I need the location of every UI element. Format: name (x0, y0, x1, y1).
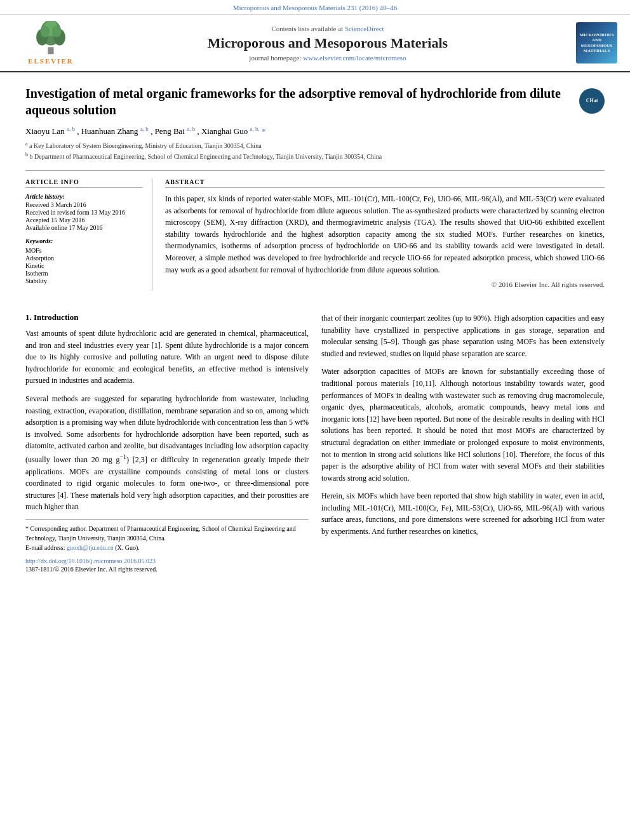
received-revised-date: Received in revised form 13 May 2016 (25, 209, 143, 216)
article-info-abstract: ARTICLE INFO Article history: Received 3… (25, 170, 605, 291)
keyword-3: Kinetic (25, 262, 143, 269)
journal-logo-right: MICROPOROUS AND MESOPOROUS MATERIALS (566, 22, 617, 63)
footnote-email: E-mail address: guoxh@tju.edu.cn (X. Guo… (25, 543, 309, 552)
elsevier-tree-icon (25, 21, 76, 56)
authors-line: Xiaoyu Lan a, b , Huanhuan Zhang a, b , … (25, 126, 605, 137)
two-col-main: 1. Introduction Vast amounts of spent di… (25, 312, 605, 573)
intro-para-3: that of their inorganic counterpart zeol… (321, 312, 605, 359)
crossmark-badge: CHat (579, 88, 605, 114)
svg-rect-0 (48, 47, 53, 54)
elsevier-logo-area: ELSEVIER (13, 21, 89, 65)
intro-para-1: Vast amounts of spent dilute hydrochlori… (25, 328, 309, 387)
affiliations: a a Key Laboratory of System Bioengineer… (25, 140, 605, 161)
article-info-panel: ARTICLE INFO Article history: Received 3… (25, 178, 152, 291)
abstract-title: ABSTRACT (165, 178, 605, 188)
journal-homepage: journal homepage: www.elsevier.com/locat… (89, 54, 566, 62)
intro-para-5: Herein, six MOFs which have been reporte… (321, 490, 605, 537)
svg-point-6 (52, 25, 62, 37)
keyword-1: MOFs (25, 247, 143, 254)
history-label: Article history: (25, 193, 143, 200)
intro-heading: 1. Introduction (25, 312, 309, 323)
available-online-date: Available online 17 May 2016 (25, 224, 143, 231)
crossmark-text: CHat (586, 98, 598, 104)
journal-volume-text: Microporous and Mesoporous Materials 231… (233, 4, 397, 11)
article-title: Investigation of metal organic framework… (25, 85, 605, 118)
keyword-2: Adsorption (25, 255, 143, 262)
svg-point-5 (41, 25, 50, 37)
article-info-title: ARTICLE INFO (25, 178, 143, 188)
footnote-star: * Corresponding author. Department of Ph… (25, 524, 309, 543)
intro-para-4: Water adsorption capacities of MOFs are … (321, 366, 605, 484)
abstract-panel: ABSTRACT In this paper, six kinds of rep… (165, 178, 605, 291)
article-header: CHat Investigation of metal organic fram… (0, 72, 630, 303)
abstract-text: In this paper, six kinds of reported wat… (165, 193, 605, 276)
main-right-column: that of their inorganic counterpart zeol… (321, 312, 605, 573)
sciencedirect-link[interactable]: ScienceDirect (345, 25, 384, 32)
keywords-label: Keywords: (25, 237, 143, 244)
elsevier-brand-text: ELSEVIER (28, 57, 74, 65)
issn-text: 1387-1811/© 2016 Elsevier Inc. All right… (25, 566, 309, 573)
homepage-link[interactable]: www.elsevier.com/locate/micromeso (303, 54, 406, 62)
journal-title-area: Contents lists available at ScienceDirec… (89, 25, 566, 62)
intro-para-2: Several methods are suggested for separa… (25, 393, 309, 513)
contents-link: Contents lists available at ScienceDirec… (89, 25, 566, 32)
received-date: Received 3 March 2016 (25, 201, 143, 208)
journal-logo-text: MICROPOROUS AND MESOPOROUS MATERIALS (579, 32, 615, 54)
keyword-5: Stability (25, 277, 143, 284)
journal-volume-info: Microporous and Mesoporous Materials 231… (0, 0, 630, 15)
elsevier-logo: ELSEVIER (13, 21, 89, 65)
journal-header: ELSEVIER Contents lists available at Sci… (0, 15, 630, 72)
keywords-section: Keywords: MOFs Adsorption Kinetic Isothe… (25, 237, 143, 284)
email-link[interactable]: guoxh@tju.edu.cn (67, 544, 114, 551)
footnote-area: * Corresponding author. Department of Ph… (25, 519, 309, 552)
keyword-4: Isotherm (25, 270, 143, 277)
main-content: 1. Introduction Vast amounts of spent di… (0, 303, 630, 585)
main-left-column: 1. Introduction Vast amounts of spent di… (25, 312, 309, 573)
article-history: Article history: Received 3 March 2016 R… (25, 193, 143, 231)
accepted-date: Accepted 15 May 2016 (25, 217, 143, 223)
doi-link[interactable]: http://dx.doi.org/10.1016/j.micromeso.20… (25, 557, 309, 564)
journal-title: Microporous and Mesoporous Materials (89, 35, 566, 51)
journal-logo-box: MICROPOROUS AND MESOPOROUS MATERIALS (576, 22, 617, 63)
copyright-text: © 2016 Elsevier Inc. All rights reserved… (165, 281, 605, 288)
